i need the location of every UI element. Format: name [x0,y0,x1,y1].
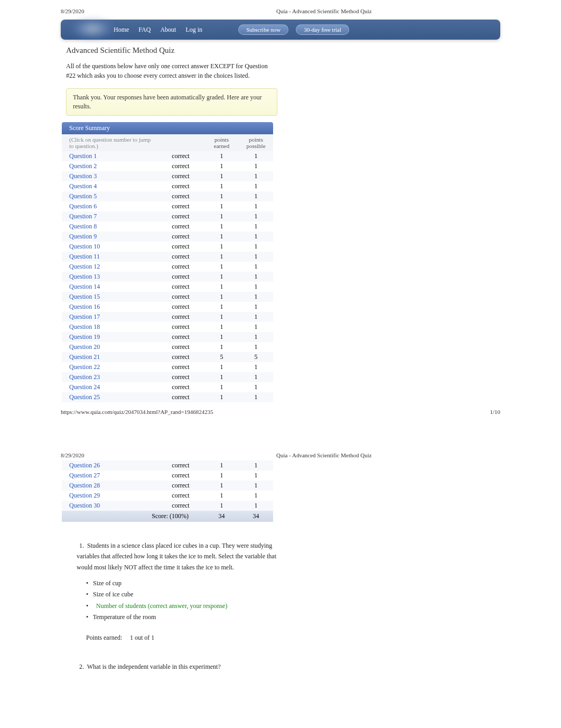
question-link[interactable]: Question 12 [62,262,157,272]
status-cell: correct [157,382,204,392]
question-link[interactable]: Question 29 [62,491,157,501]
table-row: Question 18correct11 [62,322,273,332]
header-date: 8/29/2020 [61,8,85,14]
status-cell: correct [157,372,204,382]
earned-cell: 1 [204,292,239,302]
possible-cell: 1 [239,471,273,481]
question-link[interactable]: Question 27 [62,471,157,481]
table-row: Question 14correct11 [62,282,273,292]
possible-cell: 1 [239,372,273,382]
status-cell: correct [157,171,204,181]
nav-about[interactable]: About [160,26,176,34]
question-link[interactable]: Question 23 [62,372,157,382]
earned-cell: 1 [204,232,239,242]
possible-cell: 1 [239,362,273,372]
question-link[interactable]: Question 11 [62,252,157,262]
question-link[interactable]: Question 17 [62,312,157,322]
question-link[interactable]: Question 25 [62,392,157,402]
question-link[interactable]: Question 16 [62,302,157,312]
earned-cell: 1 [204,392,239,402]
question-link[interactable]: Question 2 [62,161,157,171]
earned-cell: 1 [204,151,239,161]
question-link[interactable]: Question 18 [62,322,157,332]
nav-faq[interactable]: FAQ [138,26,151,34]
q1-points: Points earned: 1 out of 1 [86,632,288,643]
possible-cell: 1 [239,491,273,501]
question-link[interactable]: Question 1 [62,151,157,161]
question-link[interactable]: Question 6 [62,201,157,211]
status-cell: correct [157,352,204,362]
header-title-2: Quia - Advanced Scientific Method Quiz [276,452,372,458]
question-link[interactable]: Question 4 [62,181,157,191]
possible-cell: 1 [239,262,273,272]
table-row: Question 6correct11 [62,201,273,211]
subscribe-button[interactable]: Subscribe now [238,24,288,35]
nav-login[interactable]: Log in [185,26,202,34]
possible-cell: 1 [239,392,273,402]
question-link[interactable]: Question 10 [62,242,157,252]
page-1: 8/29/2020 Quia - Advanced Scientific Met… [0,0,561,431]
table-row: Question 27correct11 [62,471,273,481]
page-header: 8/29/2020 Quia - Advanced Scientific Met… [61,8,500,14]
status-cell: correct [157,242,204,252]
question-link[interactable]: Question 14 [62,282,157,292]
header-date-2: 8/29/2020 [61,452,85,458]
question-link[interactable]: Question 28 [62,481,157,491]
header-title: Quia - Advanced Scientific Method Quiz [276,8,372,14]
status-cell: correct [157,292,204,302]
table-row: Question 1correct11 [62,151,273,161]
earned-cell: 1 [204,342,239,352]
question-link[interactable]: Question 22 [62,362,157,372]
question-link[interactable]: Question 20 [62,342,157,352]
earned-cell: 1 [204,332,239,342]
nav-home[interactable]: Home [114,26,129,34]
score-table: (Click on question number to jump to que… [62,134,273,402]
status-cell: correct [157,481,204,491]
question-link[interactable]: Question 3 [62,171,157,181]
question-link[interactable]: Question 13 [62,272,157,282]
question-link[interactable]: Question 24 [62,382,157,392]
status-cell: correct [157,272,204,282]
status-cell: correct [157,491,204,501]
page-header-2: 8/29/2020 Quia - Advanced Scientific Met… [61,452,500,458]
question-link[interactable]: Question 15 [62,292,157,302]
status-cell: correct [157,161,204,171]
question-link[interactable]: Question 26 [62,460,157,471]
possible-cell: 1 [239,282,273,292]
nav-links: Home FAQ About Log in [114,26,202,34]
trial-button[interactable]: 30-day free trial [296,24,349,35]
question-link[interactable]: Question 21 [62,352,157,362]
choice-text: Size of ice cube [91,591,133,598]
earned-cell: 1 [204,252,239,262]
table-row: Question 16correct11 [62,302,273,312]
col-earned: pointsearned [204,134,239,151]
status-cell: correct [157,282,204,292]
table-row: Question 5correct11 [62,191,273,201]
status-cell: correct [157,342,204,352]
status-cell: correct [157,362,204,372]
earned-cell: 1 [204,262,239,272]
earned-cell: 1 [204,272,239,282]
quiz-title: Advanced Scientific Method Quiz [66,46,500,55]
earned-cell: 1 [204,471,239,481]
possible-cell: 1 [239,342,273,352]
question-link[interactable]: Question 19 [62,332,157,342]
status-cell: correct [157,201,204,211]
table-row: Question 15correct11 [62,292,273,302]
possible-cell: 1 [239,332,273,342]
question-link[interactable]: Question 7 [62,211,157,222]
question-link[interactable]: Question 8 [62,222,157,232]
choice: • Number of students (correct answer, yo… [86,601,288,611]
question-2: 2. What is the independent variable in t… [77,661,288,728]
earned-cell: 1 [204,282,239,292]
table-row: Question 2correct11 [62,161,273,171]
question-link[interactable]: Question 30 [62,501,157,511]
table-row: Question 13correct11 [62,272,273,282]
question-link[interactable]: Question 5 [62,191,157,201]
q1-num: 1. [77,540,84,551]
q1-choices: • Size of cup• Size of ice cube• Number … [86,578,288,623]
status-cell: correct [157,191,204,201]
possible-cell: 1 [239,211,273,222]
question-link[interactable]: Question 9 [62,232,157,242]
possible-cell: 1 [239,322,273,332]
